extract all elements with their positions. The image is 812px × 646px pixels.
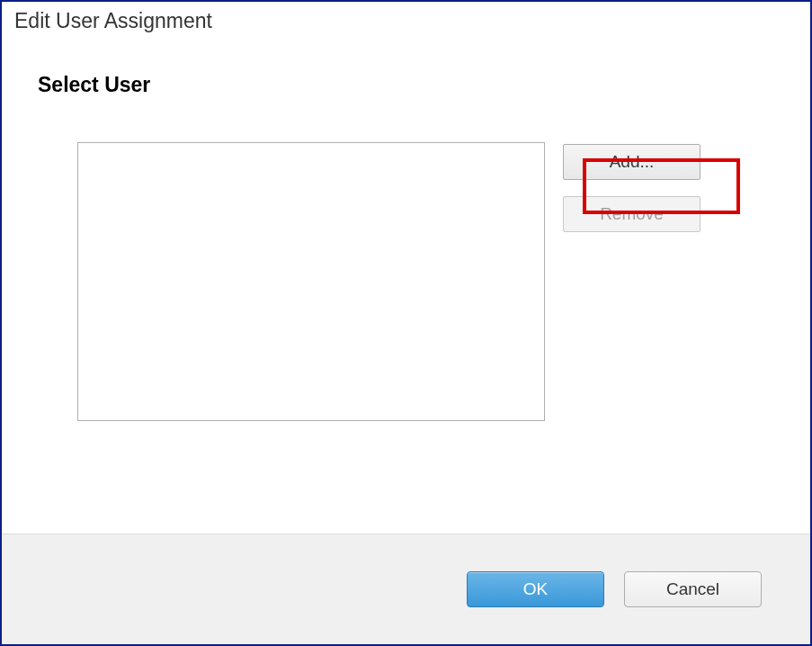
edit-user-assignment-dialog: Edit User Assignment Select User Add... … — [0, 0, 812, 646]
list-action-buttons: Add... Remove — [563, 142, 700, 232]
ok-button[interactable]: OK — [467, 571, 604, 607]
dialog-button-bar: OK Cancel — [2, 534, 810, 644]
user-list[interactable] — [77, 142, 545, 421]
user-selection-panel: Add... Remove — [38, 142, 774, 421]
add-button[interactable]: Add... — [563, 144, 700, 180]
remove-button: Remove — [563, 196, 700, 232]
dialog-content: Select User Add... Remove — [2, 37, 810, 534]
cancel-button[interactable]: Cancel — [624, 571, 762, 607]
dialog-title: Edit User Assignment — [2, 2, 810, 37]
select-user-heading: Select User — [38, 73, 774, 97]
